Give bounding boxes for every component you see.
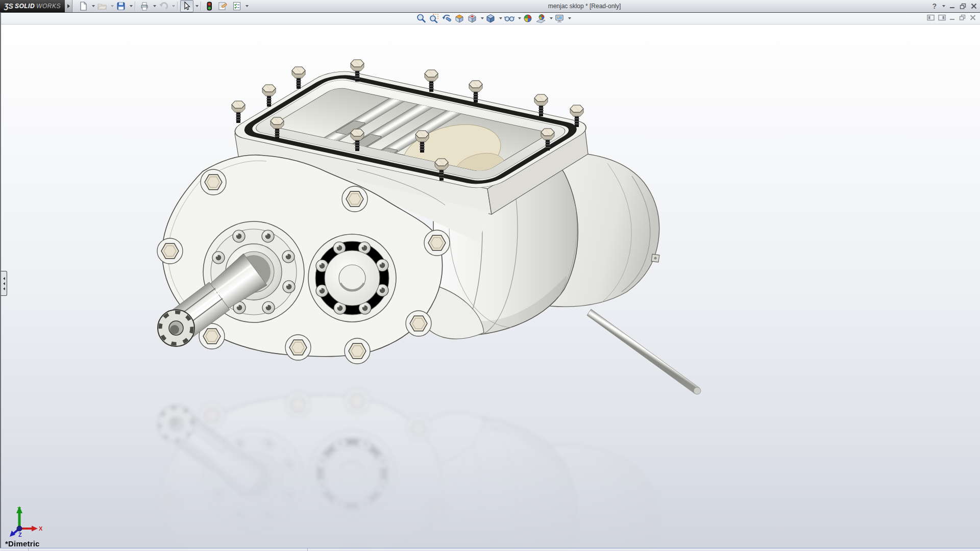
zoom-to-fit-button[interactable] [415, 13, 427, 23]
rebuild-indicator-button[interactable] [204, 0, 215, 12]
titlebar-window-controls: ? [932, 0, 977, 12]
apply-scene-dropdown[interactable] [550, 17, 553, 19]
statusbar [0, 548, 980, 551]
titlebar: ƷS SOLIDWORKS [0, 0, 980, 13]
solidworks-logo[interactable]: ƷS SOLIDWORKS [0, 0, 65, 12]
flyout-arrow-icon [67, 4, 70, 8]
toolbar-separator [201, 2, 202, 11]
view-settings-button[interactable] [554, 13, 566, 23]
new-document-button[interactable] [77, 0, 90, 12]
cover-hub[interactable] [308, 234, 396, 322]
view-orientation-button[interactable] [467, 13, 478, 23]
document-title: menjac sklop * [Read-only] [548, 3, 621, 10]
section-view-button[interactable] [454, 13, 465, 23]
collapsed-panel-tab[interactable] [1, 271, 7, 296]
view-settings-dropdown[interactable] [568, 17, 571, 19]
open-dropdown[interactable] [111, 5, 114, 7]
doc-minimize-button[interactable] [949, 14, 955, 23]
viewport-canvas[interactable] [1, 24, 980, 548]
minimize-icon [949, 3, 955, 9]
hide-show-items-button[interactable] [503, 13, 516, 23]
options-dropdown[interactable] [246, 5, 249, 7]
undo-button[interactable] [157, 0, 170, 12]
close-icon [971, 3, 977, 9]
brand-name-light: WORKS [36, 3, 61, 10]
statusbar-divider [307, 548, 308, 551]
collapse-arrow-icon [3, 287, 5, 290]
document-window-controls [927, 14, 976, 23]
dock-pane-left-button[interactable] [927, 14, 935, 23]
hide-show-items-dropdown[interactable] [518, 17, 521, 19]
window-left-border [0, 12, 1, 548]
edit-appearance-button[interactable] [522, 13, 534, 23]
apply-scene-icon [535, 13, 547, 23]
previous-view-icon [442, 13, 452, 23]
print-icon [139, 1, 150, 11]
hide-show-items-icon [504, 13, 515, 23]
select-tool-dropdown[interactable] [195, 5, 199, 7]
new-document-icon [78, 1, 88, 11]
options-button[interactable] [230, 0, 243, 12]
solidworks-window: { "window": { "title": "menjac sklop * [… [0, 0, 980, 551]
menu-flyout-tab[interactable] [65, 0, 72, 12]
collapse-arrow-icon [3, 277, 5, 280]
triad-y-label: Y [17, 506, 21, 512]
zoom-to-fit-icon [416, 13, 427, 23]
traffic-light-icon [205, 1, 213, 11]
save-button[interactable] [114, 0, 128, 12]
dock-pane-right-icon [938, 14, 946, 21]
undo-dropdown[interactable] [172, 5, 175, 7]
collapse-arrow-icon [3, 282, 5, 285]
file-properties-icon [217, 1, 228, 11]
doc-restore-button[interactable] [959, 14, 966, 23]
brand-name-bold: SOLID [15, 3, 35, 10]
open-button[interactable] [95, 0, 109, 12]
select-tool-button[interactable] [180, 0, 193, 12]
save-dropdown[interactable] [130, 5, 133, 7]
triad-z-label: Z [18, 532, 22, 538]
previous-view-button[interactable] [441, 13, 453, 23]
print-dropdown[interactable] [153, 5, 156, 7]
document-bar [1, 13, 980, 24]
view-settings-icon [554, 13, 565, 23]
apply-scene-button[interactable] [535, 13, 547, 23]
print-button[interactable] [138, 0, 151, 12]
view-orientation-label: *Dimetric [5, 539, 40, 548]
dock-pane-right-button[interactable] [938, 14, 946, 23]
minimize-button[interactable] [949, 3, 955, 9]
undo-icon [158, 1, 168, 11]
doc-close-icon [970, 14, 976, 21]
restore-button[interactable] [960, 3, 967, 9]
reference-triad: Z X Y [4, 505, 44, 542]
options-checklist-icon [232, 1, 242, 11]
edit-appearance-icon [523, 13, 533, 23]
toolbar-separator [177, 2, 178, 11]
help-button[interactable]: ? [932, 0, 937, 12]
zoom-to-area-icon [429, 13, 439, 23]
doc-minimize-icon [949, 14, 955, 21]
reflection-fade [1, 376, 980, 548]
statusbar-divider [28, 548, 29, 551]
select-cursor-icon [182, 1, 192, 11]
heads-up-view-toolbar [415, 13, 571, 23]
new-document-dropdown[interactable] [92, 5, 95, 7]
dock-pane-left-icon [927, 14, 935, 21]
solidworks-logo-glyph: ƷS [4, 2, 13, 10]
close-button[interactable] [971, 3, 977, 9]
save-floppy-icon [116, 1, 126, 11]
display-style-dropdown[interactable] [499, 17, 502, 19]
toolbar-separator [135, 2, 136, 11]
triad-x-label: X [39, 525, 43, 532]
display-style-button[interactable] [485, 13, 497, 23]
zoom-to-area-button[interactable] [428, 13, 440, 23]
help-dropdown[interactable] [942, 5, 945, 7]
doc-close-button[interactable] [970, 14, 976, 23]
section-view-icon [454, 13, 465, 23]
restore-icon [960, 3, 967, 9]
display-style-icon [485, 13, 496, 23]
view-orientation-dropdown[interactable] [481, 17, 484, 19]
doc-restore-icon [959, 14, 966, 21]
open-folder-icon [97, 1, 107, 11]
view-orientation-icon [467, 13, 478, 23]
file-properties-button[interactable] [215, 0, 230, 12]
